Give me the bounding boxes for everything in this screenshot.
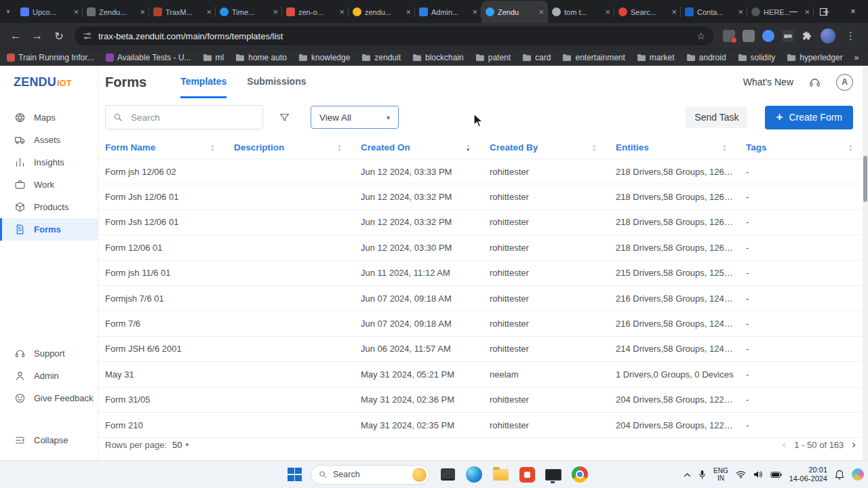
sidebar-collapse-button[interactable]: Collapse [0, 429, 98, 451]
browser-tab[interactable]: Zendu...× [83, 1, 149, 23]
headset-support-icon[interactable] [808, 76, 821, 89]
table-row[interactable]: Form 31/05May 31 2024, 02:36 PMrohittest… [98, 388, 868, 413]
bookmark-folder[interactable]: zenduit [361, 53, 401, 62]
extensions-puzzle-icon[interactable] [802, 30, 813, 42]
close-button[interactable]: × [838, 0, 868, 23]
scrollbar-thumb[interactable] [863, 156, 867, 202]
tab-close-icon[interactable]: × [206, 7, 212, 16]
tray-chevron-up-icon[interactable] [684, 472, 691, 477]
column-header-tags[interactable]: Tags▴▾ [746, 142, 853, 152]
tab-close-icon[interactable]: × [339, 7, 344, 16]
table-row[interactable]: Form 12/06 01Jun 12 2024, 03:30 PMrohitt… [98, 235, 868, 260]
sort-icons[interactable]: ▴▾ [723, 144, 726, 152]
bookmarks-overflow-icon[interactable]: » [854, 53, 859, 62]
tab-close-icon[interactable]: × [73, 7, 79, 16]
start-button[interactable] [288, 468, 302, 482]
tab-search-chevron-icon[interactable]: ▾ [0, 0, 16, 23]
sidebar-item-admin[interactable]: Admin [0, 365, 98, 387]
edge-icon[interactable] [465, 466, 483, 483]
browser-tab[interactable]: tom t...× [548, 1, 614, 23]
browser-tab[interactable]: Conta...× [681, 1, 747, 23]
zenduiot-logo[interactable]: ZENDUIOT [0, 66, 98, 97]
extension-icon-2[interactable] [743, 30, 755, 42]
notification-bell-icon[interactable] [835, 470, 844, 480]
site-settings-icon[interactable] [83, 31, 92, 41]
rows-per-page-value[interactable]: 50 [172, 440, 182, 450]
send-task-button[interactable]: Send Task [686, 106, 747, 128]
taskbar-search[interactable]: Search [311, 465, 430, 485]
table-row[interactable]: Form JSH 6/6 2001Jun 06 2024, 11:57 AMro… [98, 337, 868, 362]
wifi-icon[interactable] [736, 470, 746, 479]
forward-button[interactable]: → [27, 26, 47, 46]
tab-close-icon[interactable]: × [406, 7, 411, 16]
profile-avatar[interactable] [821, 28, 835, 43]
browser-tab[interactable]: TraxM...× [149, 1, 216, 23]
tab-close-icon[interactable]: × [605, 7, 610, 16]
table-row[interactable]: Form jsh 11/6 01Jun 11 2024, 11:12 AMroh… [98, 261, 868, 286]
bookmark-folder[interactable]: card [522, 53, 551, 62]
bookmark-item[interactable]: Train Running Infor... [7, 53, 94, 62]
search-input[interactable] [130, 112, 256, 123]
address-bar[interactable]: trax-beta.zenduit.com/main/forms/templat… [75, 26, 713, 45]
sidebar-item-give-feedback[interactable]: Give Feedback [0, 387, 98, 409]
table-row[interactable]: Formjsh 7/6 01Jun 07 2024, 09:18 AMrohit… [98, 286, 868, 311]
bookmark-folder[interactable]: patent [475, 53, 511, 62]
reload-button[interactable]: ↻ [49, 26, 69, 46]
next-page-button[interactable]: › [852, 438, 856, 451]
bookmark-folder[interactable]: hyperledger [787, 53, 842, 62]
sort-icons[interactable]: ▴▾ [593, 144, 595, 152]
bookmark-folder[interactable]: blockchain [412, 53, 464, 62]
table-row[interactable]: May 31May 31 2024, 05:21 PMneelam1 Drive… [98, 362, 868, 387]
table-row[interactable]: Form 7/6Jun 07 2024, 09:18 AMrohittester… [98, 311, 868, 336]
volume-icon[interactable] [753, 470, 763, 479]
tab-close-icon[interactable]: × [671, 7, 677, 16]
user-avatar[interactable]: A [836, 74, 853, 91]
language-indicator[interactable]: ENG IN [713, 467, 728, 482]
sort-icons-active[interactable]: ▴▾ [467, 144, 469, 152]
table-row[interactable]: Form Jsh 12/06 01Jun 12 2024, 03:32 PMro… [98, 184, 868, 209]
browser-tab[interactable]: Time...× [216, 1, 282, 23]
battery-icon[interactable] [770, 472, 782, 478]
browser-tab[interactable]: zen-o...× [282, 1, 349, 23]
create-form-button[interactable]: + Create Form [765, 106, 853, 129]
tab-submissions[interactable]: Submissions [247, 66, 306, 98]
column-header-description[interactable]: Description▴▾ [234, 142, 361, 152]
maximize-button[interactable] [808, 0, 838, 23]
browser-tab-active[interactable]: Zendu× [481, 1, 548, 23]
tab-close-icon[interactable]: × [538, 7, 544, 16]
table-row[interactable]: Form jsh 12/06 02Jun 12 2024, 03:33 PMro… [98, 159, 868, 184]
taskbar-app-icon-3[interactable] [545, 466, 562, 483]
extension-icon-globe[interactable] [762, 30, 774, 42]
bookmark-folder[interactable]: knowledge [298, 53, 350, 62]
bookmark-folder[interactable]: market [637, 53, 675, 62]
sort-icons[interactable]: ▴▾ [211, 144, 214, 152]
sidebar-item-maps[interactable]: Maps [0, 106, 98, 129]
previous-page-button[interactable]: ‹ [783, 438, 787, 451]
browser-tab[interactable]: Upco...× [16, 1, 83, 23]
view-all-dropdown[interactable]: View All ▾ [311, 106, 399, 129]
bookmark-folder[interactable]: entertainment [562, 53, 625, 62]
sidebar-item-products[interactable]: Products [0, 196, 98, 218]
browser-tab[interactable]: Admin...× [415, 1, 481, 23]
page-scrollbar[interactable] [863, 66, 868, 461]
table-row[interactable]: Form 210May 31 2024, 02:35 PMrohittester… [98, 413, 868, 438]
sort-icons[interactable]: ▴▾ [849, 144, 852, 152]
bookmark-folder[interactable]: solidity [738, 53, 776, 62]
mic-tray-icon[interactable] [698, 470, 706, 479]
file-explorer-icon[interactable] [492, 466, 509, 483]
tab-templates[interactable]: Templates [180, 66, 226, 98]
tray-widget-icon[interactable] [852, 468, 864, 481]
bookmark-item[interactable]: Available Tests - U... [106, 53, 191, 62]
whats-new-link[interactable]: What's New [743, 77, 793, 87]
chrome-icon[interactable] [571, 466, 589, 483]
tab-close-icon[interactable]: × [140, 7, 145, 16]
bookmark-folder[interactable]: home auto [235, 53, 287, 62]
sidebar-item-assets[interactable]: Assets [0, 129, 98, 151]
extension-icon-br[interactable]: BR [782, 30, 794, 42]
sidebar-item-support[interactable]: Support [0, 342, 98, 365]
taskbar-clock[interactable]: 20:01 14-06-2024 [789, 466, 827, 484]
column-header-entities[interactable]: Entities▴▾ [616, 142, 746, 152]
tab-close-icon[interactable]: × [273, 7, 278, 16]
bookmark-folder[interactable]: android [686, 53, 726, 62]
column-header-created-on[interactable]: Created On▴▾ [361, 142, 490, 152]
